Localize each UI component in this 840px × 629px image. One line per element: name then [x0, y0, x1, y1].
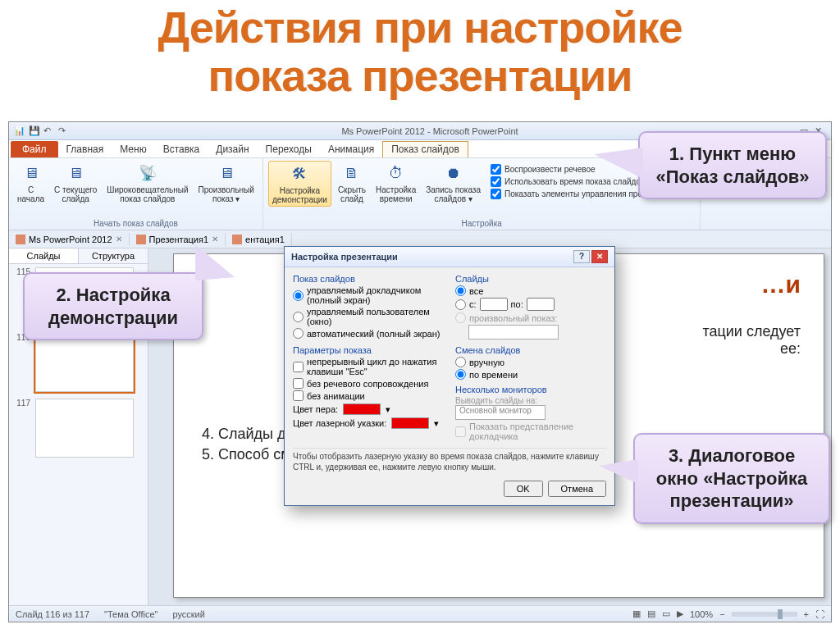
- label: Запись показа слайдов ▾: [426, 185, 481, 203]
- label: Настройка времени: [376, 185, 416, 203]
- rehearse-button[interactable]: ⏱Настройка времени: [372, 161, 419, 207]
- view-reading-icon[interactable]: ▭: [662, 608, 670, 619]
- label: Настройка демонстрации: [272, 186, 327, 204]
- hide-slide-button[interactable]: 🗎Скрыть слайд: [335, 161, 369, 207]
- opt-all-slides[interactable]: все: [455, 285, 606, 296]
- chk-no-animation[interactable]: без анимации: [293, 390, 444, 401]
- opt-timings[interactable]: по времени: [455, 369, 606, 380]
- view-sorter-icon[interactable]: ▤: [647, 608, 655, 619]
- powerpoint-icon: 📊: [14, 125, 25, 137]
- label: С начала: [17, 185, 44, 203]
- page-title-l2: показа презентации: [0, 52, 840, 100]
- opt-kiosk[interactable]: автоматический (полный экран): [293, 328, 444, 339]
- group-advance: Смена слайдов вручную по времени Несколь…: [455, 345, 606, 443]
- opt-range[interactable]: с: по:: [455, 298, 606, 311]
- monitor-icon: 🖥: [215, 162, 238, 184]
- hide-icon: 🗎: [340, 162, 363, 184]
- monitor-icon: 🖥: [64, 162, 87, 184]
- group-label: Начать показ слайдов: [14, 219, 258, 228]
- status-slide-number: Слайд 116 из 117: [16, 609, 89, 619]
- view-slideshow-icon[interactable]: ▶: [677, 608, 683, 619]
- powerpoint-icon: [16, 235, 25, 244]
- group-show-options: Параметры показа непрерывный цикл до наж…: [293, 345, 444, 443]
- callout-2: 2. Настройка демонстрации: [23, 272, 203, 340]
- status-language[interactable]: русский: [172, 609, 204, 619]
- save-icon[interactable]: 💾: [29, 125, 40, 137]
- zoom-level[interactable]: 100%: [690, 609, 713, 619]
- setup-slideshow-button[interactable]: 🛠Настройка демонстрации: [268, 161, 331, 207]
- opt-browsed[interactable]: управляемый пользователем (окно): [293, 307, 444, 326]
- undo-icon[interactable]: ↶: [43, 125, 55, 137]
- tab-animations[interactable]: Анимация: [320, 142, 382, 157]
- group-show-type: Показ слайдов управляемый докладчиком (п…: [293, 274, 444, 340]
- group-label: Настройка: [268, 219, 696, 228]
- clock-icon: ⏱: [385, 162, 408, 184]
- record-button[interactable]: ⏺Запись показа слайдов ▾: [422, 161, 484, 207]
- setup-show-dialog: Настройка презентации ? ✕ Показ слайдов …: [284, 246, 615, 506]
- doc-tab-1[interactable]: Ms PowerPoint 2012✕: [9, 233, 130, 246]
- doc-tab-3[interactable]: ентация1: [226, 233, 292, 246]
- broadcast-button[interactable]: 📡Широковещательный показ слайдов: [103, 161, 191, 205]
- slide-thumb[interactable]: 116: [12, 333, 144, 392]
- broadcast-icon: 📡: [136, 162, 159, 184]
- page-title: Действия при настройке показа презентаци…: [0, 0, 840, 107]
- dialog-help-button[interactable]: ?: [573, 250, 590, 263]
- monitor-icon: 🖥: [20, 162, 43, 184]
- ribbon-group-start: 🖥С начала 🖥С текущего слайда 📡Широковеща…: [9, 158, 263, 230]
- chevron-down-icon[interactable]: ▾: [434, 418, 439, 429]
- opt-speaker[interactable]: управляемый докладчиком (полный экран): [293, 285, 444, 305]
- dialog-close-button[interactable]: ✕: [591, 250, 608, 263]
- tab-design[interactable]: Дизайн: [208, 142, 257, 157]
- tab-home[interactable]: Главная: [58, 142, 112, 157]
- redo-icon[interactable]: ↷: [58, 125, 70, 137]
- chevron-down-icon[interactable]: ▾: [386, 404, 390, 415]
- tab-transitions[interactable]: Переходы: [258, 142, 320, 157]
- dialog-titlebar: Настройка презентации ? ✕: [285, 247, 614, 267]
- tab-insert[interactable]: Вставка: [155, 142, 208, 157]
- callout-1: 1. Пункт меню «Показ слайдов»: [638, 131, 827, 199]
- tab-file[interactable]: Файл: [11, 141, 58, 157]
- monitor-select: Основной монитор: [455, 405, 546, 420]
- dialog-note: Чтобы отобразить лазерную указку во врем…: [293, 448, 606, 472]
- opt-custom-show[interactable]: произвольный показ:: [455, 312, 606, 323]
- callout-3: 3. Диалоговое окно «Настройка презентаци…: [633, 433, 830, 524]
- group-slides: Слайды все с: по: произвольный показ:: [455, 274, 606, 340]
- label: Широковещательный показ слайдов: [107, 185, 188, 203]
- powerpoint-icon: [136, 235, 146, 244]
- view-normal-icon[interactable]: ▦: [632, 608, 641, 619]
- close-icon[interactable]: ✕: [212, 235, 218, 244]
- tab-menu[interactable]: Меню: [112, 142, 154, 157]
- panel-tab-slides[interactable]: Слайды: [9, 248, 79, 263]
- chk-no-narration[interactable]: без речевого сопровождения: [293, 378, 444, 389]
- label: Скрыть слайд: [338, 185, 366, 203]
- setup-icon: 🛠: [288, 163, 311, 185]
- label: Произвольный показ ▾: [199, 185, 254, 203]
- status-bar: Слайд 116 из 117 "Тема Office" русский ▦…: [9, 605, 831, 622]
- from-current-button[interactable]: 🖥С текущего слайда: [51, 161, 100, 205]
- close-icon[interactable]: ✕: [116, 235, 122, 244]
- custom-show-select: [468, 325, 559, 340]
- cancel-button[interactable]: Отмена: [548, 481, 606, 497]
- quick-access-toolbar: 📊 💾 ↶ ↷: [9, 125, 75, 137]
- opt-manual[interactable]: вручную: [455, 357, 606, 367]
- panel-tab-outline[interactable]: Структура: [79, 248, 148, 263]
- fit-icon[interactable]: ⛶: [815, 609, 824, 619]
- chk-loop[interactable]: непрерывный цикл до нажатия клавиши "Esc…: [293, 357, 444, 376]
- page-title-l1: Действия при настройке: [0, 3, 840, 52]
- from-beginning-button[interactable]: 🖥С начала: [14, 161, 48, 205]
- dialog-title: Настройка презентации: [291, 252, 398, 262]
- to-field[interactable]: [527, 298, 555, 311]
- status-theme: "Тема Office": [104, 609, 158, 619]
- zoom-slider[interactable]: [732, 612, 797, 617]
- ok-button[interactable]: OK: [504, 481, 543, 497]
- powerpoint-icon: [232, 235, 242, 244]
- pen-color-picker[interactable]: [343, 403, 381, 415]
- label: С текущего слайда: [54, 185, 97, 203]
- tab-slideshow[interactable]: Показ слайдов: [382, 141, 468, 157]
- laser-color-picker[interactable]: [391, 417, 429, 429]
- record-icon: ⏺: [442, 162, 465, 184]
- from-field[interactable]: [480, 298, 508, 311]
- chk-presenter-view[interactable]: Показать представление докладчика: [455, 422, 606, 441]
- custom-show-button[interactable]: 🖥Произвольный показ ▾: [195, 161, 258, 205]
- slide-thumb[interactable]: 117: [12, 399, 144, 458]
